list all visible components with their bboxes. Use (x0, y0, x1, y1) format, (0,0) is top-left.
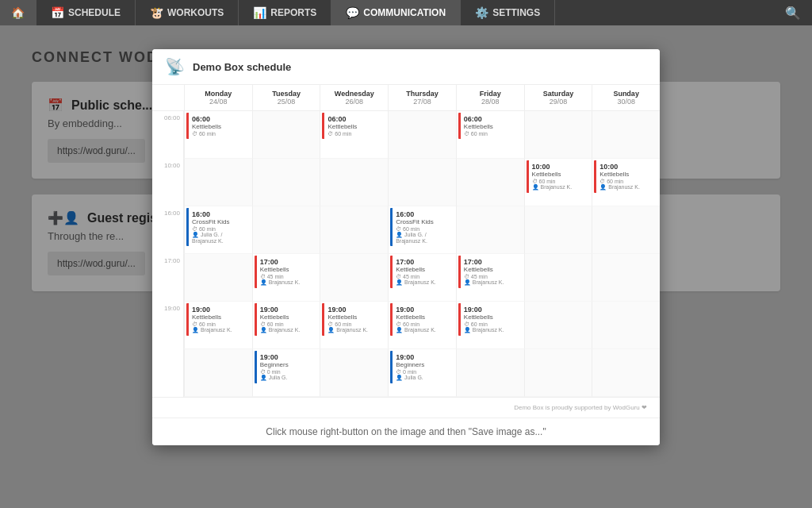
class-card: 19:00 Kettlebells ⏱ 60 min 👤 Brajanusz K… (255, 303, 319, 336)
class-card: 19:00 Beginners ⏱ 0 min 👤 Julia G. (390, 351, 454, 383)
cell-sun-1900b (592, 349, 660, 397)
cell-thu-0600 (388, 111, 456, 159)
class-card: 19:00 Kettlebells ⏱ 60 min 👤 Brajanusz K… (458, 303, 523, 336)
days-header: Monday 24/08 Tuesday 25/08 Wednesday 26/… (152, 85, 660, 111)
cell-mon-0600: 06:00 Kettlebells ⏱ 60 min (184, 111, 252, 159)
modal-footer: Demo Box is proudly supported by WodGuru… (152, 397, 660, 418)
cell-sat-1900b (524, 349, 592, 397)
nav-communication[interactable]: 💬 COMMUNICATION (331, 0, 461, 25)
time-1900: 19:00 (152, 302, 184, 349)
cell-tue-1000 (252, 159, 320, 206)
nav-workouts[interactable]: 🐮 WORKOUTS (136, 0, 239, 25)
time-col-header (152, 85, 184, 110)
class-card: 19:00 Kettlebells ⏱ 60 min 👤 Brajanusz K… (322, 303, 386, 336)
communication-icon: 💬 (346, 6, 359, 19)
time-1000: 10:00 (152, 159, 184, 206)
cell-mon-1900: 19:00 Kettlebells ⏱ 60 min 👤 Brajanusz K… (184, 302, 252, 349)
cell-tue-1600 (252, 206, 320, 254)
cell-thu-1600: 16:00 CrossFit Kids ⏱ 60 min 👤 Julia G. … (388, 206, 456, 254)
class-card: 17:00 Kettlebells ⏱ 45 min 👤 Brajanusz K… (390, 256, 454, 288)
cell-wed-1900b (320, 349, 388, 397)
search-button[interactable]: 🔍 (774, 6, 812, 21)
cell-sun-1000: 10:00 Kettlebells ⏱ 60 min 👤 Brajanusz K… (592, 159, 660, 206)
main-content: CONNECT WODG... 📅 Public sche... By embe… (0, 25, 812, 508)
time-1900b (152, 349, 184, 397)
cell-sat-0600 (524, 111, 592, 159)
modal-overlay[interactable]: 📡 Demo Box schedule Monday 24/08 Tuesday… (0, 25, 812, 508)
cell-mon-1000 (184, 159, 252, 206)
day-saturday: Saturday 29/08 (524, 85, 592, 110)
nav-reports[interactable]: 📊 REPORTS (239, 0, 331, 25)
class-card: 06:00 Kettlebells ⏱ 60 min (322, 113, 386, 139)
cell-fri-1900: 19:00 Kettlebells ⏱ 60 min 👤 Brajanusz K… (456, 302, 524, 349)
cell-thu-1000 (388, 159, 456, 206)
nav-settings[interactable]: ⚙️ SETTINGS (461, 0, 555, 25)
cell-wed-1700 (320, 254, 388, 302)
day-sunday: Sunday 30/08 (592, 85, 660, 110)
day-wednesday: Wednesday 26/08 (320, 85, 388, 110)
cell-fri-1700: 17:00 Kettlebells ⏱ 45 min 👤 Brajanusz K… (456, 254, 524, 302)
time-1600: 16:00 (152, 206, 184, 254)
schedule-modal: 📡 Demo Box schedule Monday 24/08 Tuesday… (152, 49, 660, 445)
cell-wed-1900: 19:00 Kettlebells ⏱ 60 min 👤 Brajanusz K… (320, 302, 388, 349)
time-0600: 06:00 (152, 111, 184, 159)
day-friday: Friday 28/08 (456, 85, 524, 110)
schedule-container[interactable]: Monday 24/08 Tuesday 25/08 Wednesday 26/… (152, 85, 660, 418)
cell-tue-1900b: 19:00 Beginners ⏱ 0 min 👤 Julia G. (252, 349, 320, 397)
cell-thu-1700: 17:00 Kettlebells ⏱ 45 min 👤 Brajanusz K… (388, 254, 456, 302)
cell-wed-1000 (320, 159, 388, 206)
modal-caption: Click mouse right-button on the image an… (152, 418, 660, 445)
class-card: 06:00 Kettlebells ⏱ 60 min (458, 113, 523, 139)
nav-home[interactable]: 🏠 (0, 0, 36, 25)
cell-mon-1700 (184, 254, 252, 302)
class-card: 17:00 Kettlebells ⏱ 45 min 👤 Brajanusz K… (255, 256, 319, 288)
cell-tue-1700: 17:00 Kettlebells ⏱ 45 min 👤 Brajanusz K… (252, 254, 320, 302)
cell-sat-1700 (524, 254, 592, 302)
cell-wed-1600 (320, 206, 388, 254)
cell-tue-0600 (252, 111, 320, 159)
cell-sat-1000: 10:00 Kettlebells ⏱ 60 min 👤 Brajanusz K… (524, 159, 592, 206)
cell-sun-0600 (592, 111, 660, 159)
class-card: 19:00 Kettlebells ⏱ 60 min 👤 Brajanusz K… (186, 303, 251, 336)
settings-icon: ⚙️ (475, 6, 488, 19)
cell-fri-1000 (456, 159, 524, 206)
cell-sat-1900 (524, 302, 592, 349)
cell-sun-1700 (592, 254, 660, 302)
class-card: 16:00 CrossFit Kids ⏱ 60 min 👤 Julia G. … (390, 208, 454, 246)
modal-logo-icon: 📡 (165, 57, 185, 76)
cell-fri-1600 (456, 206, 524, 254)
workouts-icon: 🐮 (150, 6, 163, 19)
modal-header: 📡 Demo Box schedule (152, 49, 660, 85)
class-card: 10:00 Kettlebells ⏱ 60 min 👤 Brajanusz K… (527, 160, 591, 193)
top-navigation: 🏠 📅 SCHEDULE 🐮 WORKOUTS 📊 REPORTS 💬 COMM… (0, 0, 812, 25)
class-card: 19:00 Kettlebells ⏱ 60 min 👤 Brajanusz K… (390, 303, 454, 336)
day-thursday: Thursday 27/08 (388, 85, 456, 110)
time-1700: 17:00 (152, 254, 184, 302)
modal-title: Demo Box schedule (193, 61, 291, 73)
cell-mon-1900b (184, 349, 252, 397)
class-card: 17:00 Kettlebells ⏱ 45 min 👤 Brajanusz K… (458, 256, 523, 288)
day-tuesday: Tuesday 25/08 (252, 85, 320, 110)
schedule-grid: 06:00 06:00 Kettlebells ⏱ 60 min 06:00 K… (152, 111, 660, 397)
cell-tue-1900: 19:00 Kettlebells ⏱ 60 min 👤 Brajanusz K… (252, 302, 320, 349)
class-card: 16:00 CrossFit Kids ⏱ 60 min 👤 Julia G. … (186, 208, 251, 246)
cell-wed-0600: 06:00 Kettlebells ⏱ 60 min (320, 111, 388, 159)
reports-icon: 📊 (253, 6, 266, 19)
nav-schedule[interactable]: 📅 SCHEDULE (36, 0, 136, 25)
cell-sun-1900 (592, 302, 660, 349)
cell-thu-1900b: 19:00 Beginners ⏱ 0 min 👤 Julia G. (388, 349, 456, 397)
cell-sun-1600 (592, 206, 660, 254)
cell-fri-0600: 06:00 Kettlebells ⏱ 60 min (456, 111, 524, 159)
cell-sat-1600 (524, 206, 592, 254)
home-icon: 🏠 (11, 6, 25, 19)
cell-thu-1900: 19:00 Kettlebells ⏱ 60 min 👤 Brajanusz K… (388, 302, 456, 349)
class-card: 10:00 Kettlebells ⏱ 60 min 👤 Brajanusz K… (594, 160, 658, 193)
cell-mon-1600: 16:00 CrossFit Kids ⏱ 60 min 👤 Julia G. … (184, 206, 252, 254)
cell-fri-1900b (456, 349, 524, 397)
class-card: 19:00 Beginners ⏱ 0 min 👤 Julia G. (255, 351, 319, 383)
day-monday: Monday 24/08 (184, 85, 252, 110)
schedule-icon: 📅 (51, 6, 64, 19)
class-card: 06:00 Kettlebells ⏱ 60 min (186, 113, 251, 139)
